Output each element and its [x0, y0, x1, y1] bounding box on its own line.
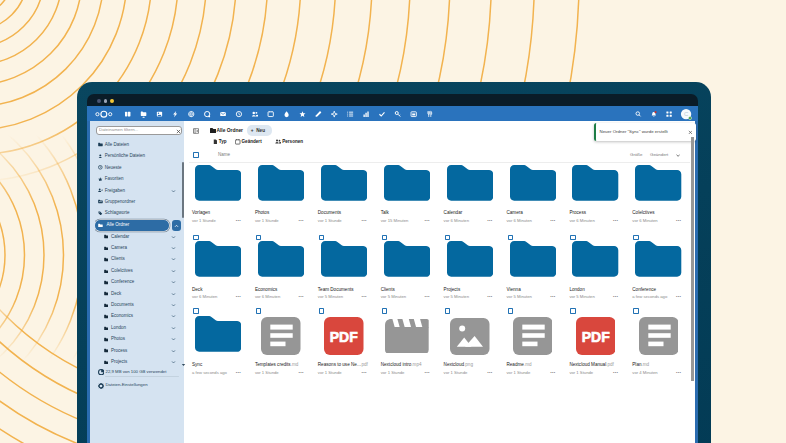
svg-text:C: C [683, 111, 688, 117]
svg-text:PDF: PDF [581, 329, 609, 345]
svg-text:PDF: PDF [330, 329, 358, 345]
